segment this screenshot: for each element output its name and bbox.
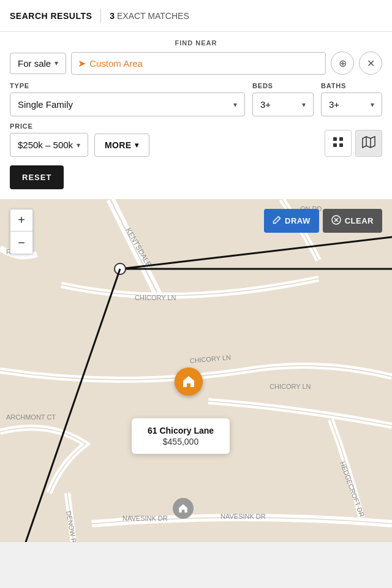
chevron-down-icon: ▾ (135, 141, 138, 149)
svg-text:NAVESINK DR: NAVESINK DR (221, 513, 266, 520)
reset-button[interactable]: RESET (10, 165, 64, 189)
baths-label: BATHS (321, 82, 382, 89)
chevron-down-icon: ▾ (77, 141, 80, 149)
property-popup[interactable]: 61 Chicory Lane $455,000 (132, 418, 230, 454)
map-area: KENTSDALE CHICORY LN CHICORY LN CHICORY … (0, 199, 392, 542)
grid-icon (332, 136, 344, 151)
price-filter-group: PRICE $250k – 500k ▾ (10, 123, 88, 157)
view-toggle (325, 130, 382, 157)
svg-text:NAVESINK DR: NAVESINK DR (123, 514, 168, 522)
svg-rect-2 (333, 143, 337, 147)
svg-rect-1 (339, 137, 343, 141)
svg-rect-0 (333, 137, 337, 141)
type-dropdown[interactable]: Single Family ▾ (10, 92, 245, 116)
map-view-button[interactable] (355, 130, 382, 157)
type-filter-group: TYPE Single Family ▾ (10, 82, 245, 116)
clear-button[interactable]: CLEAR (323, 209, 382, 233)
svg-text:CHICORY LN: CHICORY LN (270, 383, 311, 390)
header: SEARCH RESULTS 3 EXACT MATCHES (0, 0, 392, 32)
type-label: TYPE (10, 82, 245, 89)
price-more-row: PRICE $250k – 500k ▾ MORE ▾ (10, 123, 382, 157)
x-circle-icon (331, 215, 341, 227)
close-area-button[interactable]: ✕ (359, 51, 382, 75)
chevron-down-icon: ▾ (302, 100, 306, 109)
popup-address: 61 Chicory Lane (141, 426, 220, 435)
svg-text:ARCHMONT CT: ARCHMONT CT (6, 413, 56, 421)
baths-filter-group: BATHS 3+ ▾ (321, 82, 382, 116)
draw-button[interactable]: DRAW (264, 209, 319, 233)
target-icon: ⊕ (339, 58, 347, 69)
baths-dropdown[interactable]: 3+ ▾ (321, 92, 382, 116)
map-zoom-controls: + − (10, 209, 33, 254)
custom-area-button[interactable]: ➤ Custom Area (71, 52, 326, 75)
price-label: PRICE (10, 123, 88, 130)
beds-dropdown[interactable]: 3+ ▾ (252, 92, 314, 116)
marker-icon (175, 368, 203, 396)
chevron-down-icon: ▾ (55, 59, 58, 67)
svg-rect-3 (339, 143, 343, 147)
find-near-label: FIND NEAR (10, 39, 382, 47)
chevron-down-icon: ▾ (371, 100, 374, 109)
close-icon: ✕ (367, 58, 375, 69)
search-results-title: SEARCH RESULTS (10, 11, 92, 21)
map-draw-actions: DRAW CLEAR (264, 209, 382, 233)
map-icon (362, 136, 375, 151)
filters-panel: FIND NEAR For sale ▾ ➤ Custom Area ⊕ ✕ T… (0, 32, 392, 199)
navigation-icon: ➤ (78, 58, 86, 69)
more-filters-button[interactable]: MORE ▾ (94, 134, 149, 157)
header-divider (100, 9, 101, 23)
svg-text:CHICORY LN: CHICORY LN (135, 294, 176, 301)
popup-price: $455,000 (141, 437, 220, 447)
location-target-button[interactable]: ⊕ (331, 51, 354, 75)
price-dropdown[interactable]: $250k – 500k ▾ (10, 133, 88, 157)
beds-filter-group: BEDS 3+ ▾ (252, 82, 314, 116)
find-near-row: For sale ▾ ➤ Custom Area ⊕ ✕ (10, 51, 382, 75)
chevron-down-icon: ▾ (233, 100, 237, 109)
type-beds-baths-row: TYPE Single Family ▾ BEDS 3+ ▾ BATHS 3+ … (10, 82, 382, 116)
beds-label: BEDS (252, 82, 314, 89)
home-icon-bottom[interactable] (173, 498, 194, 519)
property-marker[interactable] (175, 368, 203, 396)
pencil-icon (273, 216, 281, 226)
match-count: 3 EXACT MATCHES (110, 11, 189, 21)
grid-view-button[interactable] (325, 130, 352, 157)
sale-type-dropdown[interactable]: For sale ▾ (10, 53, 66, 74)
zoom-out-button[interactable]: − (10, 232, 32, 254)
zoom-in-button[interactable]: + (10, 209, 32, 232)
